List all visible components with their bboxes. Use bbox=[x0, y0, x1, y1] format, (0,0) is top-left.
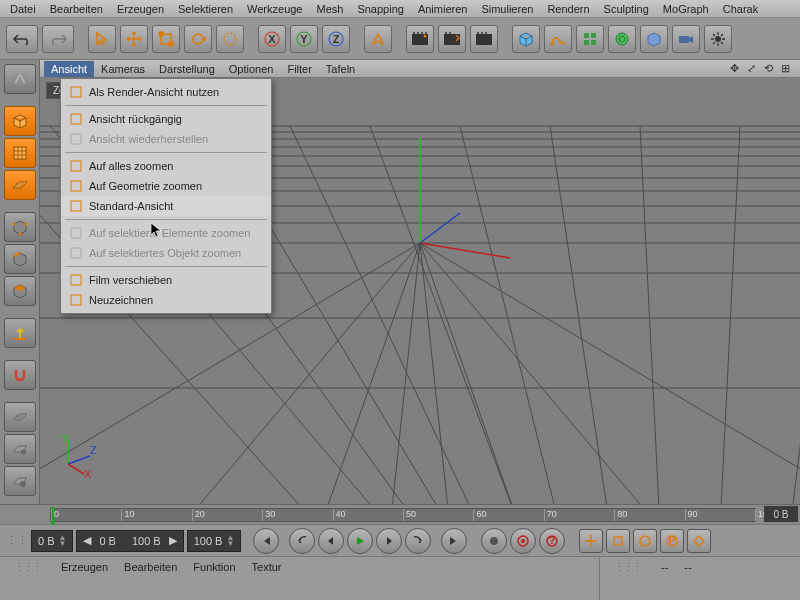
menu-selektieren[interactable]: Selektieren bbox=[172, 1, 239, 17]
dropdown-item[interactable]: Ansicht rückgängig bbox=[61, 109, 271, 129]
svg-rect-26 bbox=[591, 33, 596, 38]
goto-start-button[interactable] bbox=[253, 528, 279, 554]
render-picture-button[interactable] bbox=[438, 25, 466, 53]
y-axis-button[interactable]: Y bbox=[290, 25, 318, 53]
menu-datei[interactable]: Datei bbox=[4, 1, 42, 17]
edge-mode-button[interactable] bbox=[4, 244, 36, 274]
dropdown-item[interactable]: Film verschieben bbox=[61, 270, 271, 290]
key-pla-button[interactable] bbox=[687, 529, 711, 553]
menu-snapping[interactable]: Snapping bbox=[351, 1, 410, 17]
move-tool-button[interactable] bbox=[120, 25, 148, 53]
generator-button[interactable] bbox=[576, 25, 604, 53]
view-menu-optionen[interactable]: Optionen bbox=[222, 61, 281, 77]
light-button[interactable] bbox=[704, 25, 732, 53]
redo-button[interactable] bbox=[42, 25, 74, 53]
dropdown-item[interactable]: Neuzeichnen bbox=[61, 290, 271, 310]
timeline[interactable]: 0102030405060708090100 0 B bbox=[0, 504, 800, 524]
undo-icon bbox=[69, 112, 83, 126]
view-menu-ansicht[interactable]: Ansicht bbox=[44, 61, 94, 77]
scale-tool-button[interactable] bbox=[152, 25, 180, 53]
viewport-menubar: Ansicht Kameras Darstellung Optionen Fil… bbox=[40, 60, 800, 78]
range-field[interactable]: ◀0 B100 B▶ bbox=[76, 530, 183, 552]
menu-erzeugen[interactable]: Erzeugen bbox=[111, 1, 170, 17]
select-tool-button[interactable] bbox=[88, 25, 116, 53]
key-param-button[interactable]: P bbox=[660, 529, 684, 553]
end-frame-field[interactable]: 100 B▲▼ bbox=[187, 530, 242, 552]
autokey-button[interactable] bbox=[510, 528, 536, 554]
locked-workplane-button[interactable] bbox=[4, 434, 36, 464]
key-options-button[interactable]: ? bbox=[539, 528, 565, 554]
mat-menu-textur[interactable]: Textur bbox=[246, 559, 288, 575]
viewport-maximize-icon[interactable]: ⊞ bbox=[778, 62, 792, 76]
menu-charakter[interactable]: Charak bbox=[717, 1, 764, 17]
dropdown-item[interactable]: Auf alles zoomen bbox=[61, 156, 271, 176]
spline-pen-button[interactable] bbox=[544, 25, 572, 53]
menu-simulieren[interactable]: Simulieren bbox=[475, 1, 539, 17]
coord-label-2: -- bbox=[678, 559, 697, 575]
play-button[interactable] bbox=[347, 528, 373, 554]
deformer-button[interactable] bbox=[608, 25, 636, 53]
viewport-rotate-icon[interactable]: ⟲ bbox=[761, 62, 775, 76]
render-settings-button[interactable] bbox=[470, 25, 498, 53]
menu-sculpting[interactable]: Sculpting bbox=[598, 1, 655, 17]
menu-animieren[interactable]: Animieren bbox=[412, 1, 474, 17]
menu-werkzeuge[interactable]: Werkzeuge bbox=[241, 1, 308, 17]
svg-point-35 bbox=[12, 223, 15, 226]
polygon-mode-button[interactable] bbox=[4, 276, 36, 306]
record-button[interactable] bbox=[481, 528, 507, 554]
rotate-tool-button[interactable] bbox=[184, 25, 212, 53]
coord-system-button[interactable] bbox=[364, 25, 392, 53]
axis-tool-button[interactable] bbox=[4, 318, 36, 348]
timeline-track[interactable]: 0102030405060708090100 bbox=[50, 508, 756, 522]
viewport-zoom-icon[interactable]: ⤢ bbox=[744, 62, 758, 76]
environment-button[interactable] bbox=[640, 25, 668, 53]
svg-rect-38 bbox=[21, 450, 26, 454]
undo-button[interactable] bbox=[6, 25, 38, 53]
camera-button[interactable] bbox=[672, 25, 700, 53]
next-frame-button[interactable] bbox=[376, 528, 402, 554]
render-view-button[interactable] bbox=[406, 25, 434, 53]
view-menu-darstellung[interactable]: Darstellung bbox=[152, 61, 222, 77]
workplane-snap-button[interactable] bbox=[4, 402, 36, 432]
prev-key-button[interactable] bbox=[289, 528, 315, 554]
point-mode-button[interactable] bbox=[4, 212, 36, 242]
dropdown-item[interactable]: Auf Geometrie zoomen bbox=[61, 176, 271, 196]
svg-rect-84 bbox=[71, 134, 81, 144]
make-editable-button[interactable] bbox=[4, 64, 36, 94]
x-axis-button[interactable]: X bbox=[258, 25, 286, 53]
key-scale-button[interactable] bbox=[606, 529, 630, 553]
dropdown-item[interactable]: Als Render-Ansicht nutzen bbox=[61, 82, 271, 102]
svg-point-36 bbox=[24, 223, 27, 226]
refresh-icon bbox=[69, 293, 83, 307]
planar-workplane-button[interactable] bbox=[4, 466, 36, 496]
viewport-pan-icon[interactable]: ✥ bbox=[727, 62, 741, 76]
mat-menu-erzeugen[interactable]: Erzeugen bbox=[55, 559, 114, 575]
next-key-button[interactable] bbox=[405, 528, 431, 554]
svg-rect-89 bbox=[71, 248, 81, 258]
mat-menu-funktion[interactable]: Funktion bbox=[187, 559, 241, 575]
view-menu-filter[interactable]: Filter bbox=[280, 61, 318, 77]
mat-menu-bearbeiten[interactable]: Bearbeiten bbox=[118, 559, 183, 575]
menu-bearbeiten[interactable]: Bearbeiten bbox=[44, 1, 109, 17]
key-position-button[interactable] bbox=[579, 529, 603, 553]
prev-frame-button[interactable] bbox=[318, 528, 344, 554]
start-frame-field[interactable]: 0 B▲▼ bbox=[31, 530, 73, 552]
svg-rect-15 bbox=[425, 32, 427, 34]
dropdown-item[interactable]: Standard-Ansicht bbox=[61, 196, 271, 216]
svg-rect-20 bbox=[476, 34, 492, 45]
view-menu-tafeln[interactable]: Tafeln bbox=[319, 61, 362, 77]
workplane-mode-button[interactable] bbox=[4, 170, 36, 200]
view-menu-kameras[interactable]: Kameras bbox=[94, 61, 152, 77]
last-tool-button[interactable] bbox=[216, 25, 244, 53]
model-mode-button[interactable] bbox=[4, 106, 36, 136]
film-icon bbox=[69, 273, 83, 287]
menu-mesh[interactable]: Mesh bbox=[310, 1, 349, 17]
menu-rendern[interactable]: Rendern bbox=[541, 1, 595, 17]
menu-mograph[interactable]: MoGraph bbox=[657, 1, 715, 17]
primitive-cube-button[interactable] bbox=[512, 25, 540, 53]
goto-end-button[interactable] bbox=[441, 528, 467, 554]
texture-mode-button[interactable] bbox=[4, 138, 36, 168]
key-rotation-button[interactable] bbox=[633, 529, 657, 553]
snap-toggle-button[interactable] bbox=[4, 360, 36, 390]
z-axis-button[interactable]: Z bbox=[322, 25, 350, 53]
